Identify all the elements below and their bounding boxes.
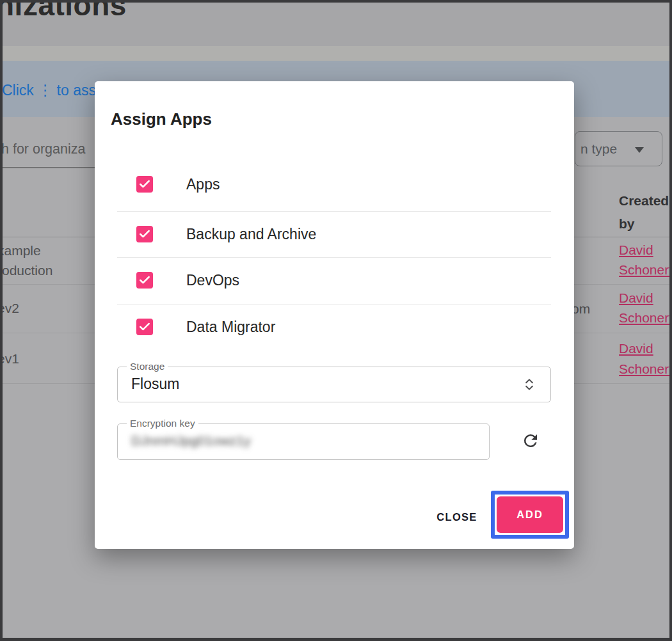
toolbar-band [0, 46, 672, 61]
list-divider [117, 304, 551, 305]
storage-select[interactable] [117, 367, 551, 402]
org-name-cell: ev1 [0, 352, 19, 366]
refresh-key-button[interactable] [520, 431, 541, 452]
frame-border [0, 0, 3, 641]
add-button-highlight: ADD [491, 491, 569, 539]
encryption-key-value: DJnmHJpg01owz1y [131, 433, 251, 448]
unfold-more-icon [521, 376, 538, 393]
frame-border [0, 638, 672, 641]
check-icon [138, 228, 151, 241]
org-name-cell: ev2 [0, 301, 19, 315]
check-icon [138, 178, 151, 191]
created-by-link[interactable]: Schonert [619, 362, 672, 376]
screenshot-frame: nizations Click ⋮ to assi h for organiza… [0, 0, 672, 641]
org-type-select-value: n type [580, 141, 617, 157]
checkbox-label: Backup and Archive [186, 225, 316, 243]
storage-value: Flosum [131, 376, 179, 393]
checkbox-devops[interactable] [136, 272, 153, 289]
checkbox-label: Data Migrator [186, 318, 275, 336]
list-divider [117, 211, 551, 212]
created-by-link[interactable]: Schonert [619, 263, 672, 277]
org-type-select[interactable]: n type [575, 131, 662, 166]
frame-border [669, 0, 672, 641]
checkbox-data-migrator[interactable] [136, 319, 153, 335]
checkbox-backup-and-archive[interactable] [136, 226, 153, 242]
org-name-cell: roduction [0, 264, 52, 278]
checkbox-apps[interactable] [136, 176, 153, 193]
list-divider [117, 257, 551, 258]
page-title: nizations [0, 0, 127, 22]
dropdown-arrow-icon [635, 147, 644, 153]
checkbox-label: Apps [186, 175, 220, 193]
frame-border [0, 0, 672, 3]
refresh-icon [521, 431, 540, 450]
close-button[interactable]: CLOSE [433, 504, 481, 530]
created-by-link[interactable]: Schonert [619, 311, 672, 325]
search-input[interactable]: h for organiza [1, 141, 85, 157]
assign-apps-dialog: Assign Apps Apps Backup and Archive DevO… [95, 81, 574, 549]
add-button[interactable]: ADD [497, 496, 563, 533]
dialog-title: Assign Apps [111, 109, 212, 129]
created-by-column-header: Created by [619, 189, 672, 235]
encryption-key-label: Encryption key [127, 418, 198, 429]
created-by-link[interactable]: David [619, 243, 653, 257]
org-detail-fragment: om [572, 302, 590, 316]
check-icon [138, 320, 151, 333]
info-banner-text: Click ⋮ to assi [2, 82, 99, 99]
created-by-link[interactable]: David [619, 342, 653, 356]
storage-label: Storage [127, 361, 168, 372]
created-by-link[interactable]: David [619, 291, 653, 305]
checkbox-label: DevOps [186, 271, 239, 289]
org-name-cell: xample [0, 244, 41, 258]
check-icon [138, 274, 151, 287]
